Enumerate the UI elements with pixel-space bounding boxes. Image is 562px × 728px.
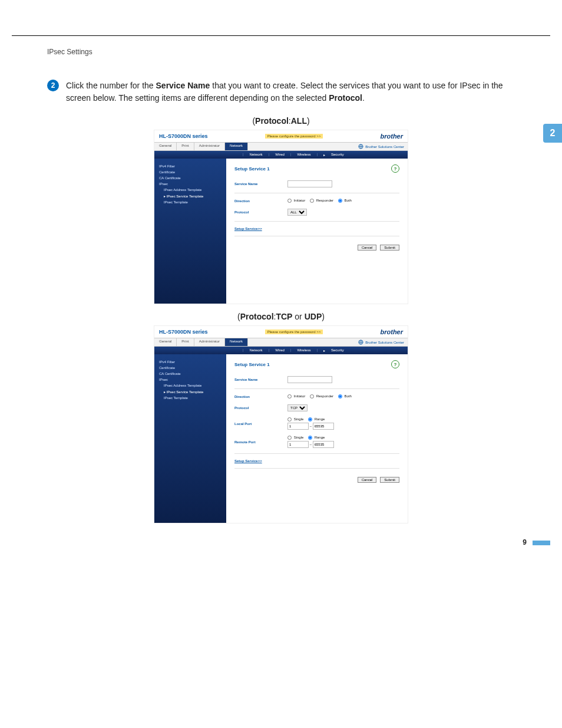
radio-label: Responder <box>316 394 333 398</box>
tab-administrator[interactable]: Administrator <box>194 338 225 346</box>
cancel-button[interactable]: Cancel <box>358 245 377 251</box>
sidebar-item-ipv4-filter[interactable]: IPv4 Filter <box>158 163 223 169</box>
label-local-port: Local Port <box>234 422 287 426</box>
label-service-name: Service Name <box>234 182 287 186</box>
password-warning[interactable]: Please configure the password >> <box>265 134 323 139</box>
subnav-security[interactable]: Security <box>331 153 344 157</box>
sidebar-item-ipsec-service-template[interactable]: IPsec Service Template <box>158 388 223 395</box>
radio-remote-range[interactable]: Range <box>308 436 325 439</box>
subnav-wired[interactable]: Wired <box>275 348 285 353</box>
radio-both[interactable]: Both <box>338 394 352 398</box>
caption-bold: Protocol <box>240 312 274 321</box>
sub-nav: |Network |Wired |Wireless |▸ Security <box>154 347 408 354</box>
subnav-network[interactable]: Network <box>250 153 263 157</box>
caption-text: or <box>292 312 304 321</box>
label-direction: Direction <box>234 199 287 203</box>
sidebar-item-ipsec[interactable]: IPsec <box>158 181 223 187</box>
sidebar-item-ipsec-service-template[interactable]: IPsec Service Template <box>158 193 223 199</box>
sidebar-item-ipsec-template[interactable]: IPsec Template <box>158 395 223 401</box>
subnav-security[interactable]: Security <box>331 348 344 353</box>
main-tabs: General Print Administrator Network Brot… <box>154 142 408 151</box>
paren: ) <box>307 116 310 126</box>
sidebar-item-ipsec-address-template[interactable]: IPsec Address Template <box>158 383 223 388</box>
radio-initiator[interactable]: Initiator <box>287 199 305 202</box>
globe-icon <box>358 340 363 345</box>
radio-label: Both <box>344 394 351 398</box>
radio-responder[interactable]: Responder <box>310 394 333 398</box>
sidebar-item-certificate[interactable]: Certificate <box>158 169 223 175</box>
tab-network[interactable]: Network <box>225 338 248 346</box>
service-name-input[interactable] <box>287 376 332 383</box>
local-port-from-input[interactable] <box>287 423 309 430</box>
bold-protocol: Protocol <box>329 93 362 103</box>
divider <box>234 193 399 193</box>
subnav-wired[interactable]: Wired <box>275 153 285 157</box>
sidebar-item-certificate[interactable]: Certificate <box>158 365 223 371</box>
sidebar-item-ipv4-filter[interactable]: IPv4 Filter <box>158 359 223 365</box>
password-warning[interactable]: Please configure the password >> <box>265 330 323 334</box>
service-name-input[interactable] <box>287 180 332 187</box>
remote-port-control: Single Range – <box>287 436 334 448</box>
local-port-to-input[interactable] <box>313 423 334 430</box>
subnav-wireless[interactable]: Wireless <box>297 153 310 157</box>
sidebar: IPv4 Filter Certificate CA Certificate I… <box>154 159 226 304</box>
radio-label: Range <box>315 436 325 439</box>
top-rule <box>12 35 550 36</box>
text: . <box>362 93 365 103</box>
port-dash: – <box>310 443 312 446</box>
remote-port-to-input[interactable] <box>313 441 334 448</box>
tab-print[interactable]: Print <box>177 338 194 346</box>
caption-bold: TCP <box>276 312 292 321</box>
remote-port-from-input[interactable] <box>287 441 309 448</box>
radio-responder[interactable]: Responder <box>310 199 333 202</box>
help-icon[interactable]: ? <box>391 360 399 368</box>
divider <box>234 453 399 454</box>
content-panel: Setup Service 1 ? Service Name Direction… <box>226 354 408 523</box>
tab-administrator[interactable]: Administrator <box>194 143 225 150</box>
radio-initiator[interactable]: Initiator <box>287 394 305 398</box>
help-icon[interactable]: ? <box>391 164 399 173</box>
sub-nav: |Network |Wired |Wireless |▸ Security <box>154 151 408 159</box>
divider <box>234 388 399 389</box>
subnav-wireless[interactable]: Wireless <box>297 348 310 353</box>
protocol-select[interactable]: ALL <box>287 209 307 216</box>
caption-protocol-tcp-udp: (Protocol:TCP or UDP) <box>0 312 562 321</box>
solutions-center-label: Brother Solutions Center <box>365 145 404 149</box>
sidebar-item-ca-certificate[interactable]: CA Certificate <box>158 175 223 181</box>
setup-service-link[interactable]: Setup Service>> <box>234 459 262 463</box>
globe-icon <box>358 144 363 149</box>
sidebar-item-ipsec-template[interactable]: IPsec Template <box>158 199 223 205</box>
cancel-button[interactable]: Cancel <box>358 477 377 483</box>
label-protocol: Protocol <box>234 210 287 214</box>
tab-network[interactable]: Network <box>225 143 248 150</box>
sidebar-item-ca-certificate[interactable]: CA Certificate <box>158 371 223 377</box>
radio-remote-single[interactable]: Single <box>287 436 303 439</box>
protocol-select[interactable]: TCP <box>287 404 308 411</box>
solutions-center-label: Brother Solutions Center <box>365 341 404 344</box>
port-dash: – <box>310 424 312 428</box>
solutions-center-link[interactable]: Brother Solutions Center <box>355 143 408 150</box>
main-tabs: General Print Administrator Network Brot… <box>154 338 408 347</box>
tab-general[interactable]: General <box>154 143 177 150</box>
radio-local-range[interactable]: Range <box>308 417 325 421</box>
sidebar-item-ipsec-address-template[interactable]: IPsec Address Template <box>158 187 223 193</box>
submit-button[interactable]: Submit <box>380 245 399 251</box>
page-number-bar <box>533 541 550 545</box>
radio-both[interactable]: Both <box>338 199 352 202</box>
setup-service-link[interactable]: Setup Service>> <box>234 227 262 230</box>
instruction-text: Click the number for the Service Name th… <box>66 80 515 104</box>
label-protocol: Protocol <box>234 406 287 410</box>
product-title: HL-S7000DN series <box>159 329 208 335</box>
tab-print[interactable]: Print <box>177 143 194 150</box>
submit-button[interactable]: Submit <box>380 477 399 483</box>
radio-label: Single <box>294 417 304 421</box>
subnav-network[interactable]: Network <box>250 348 263 353</box>
sidebar: IPv4 Filter Certificate CA Certificate I… <box>154 354 226 523</box>
radio-local-single[interactable]: Single <box>287 417 303 421</box>
solutions-center-link[interactable]: Brother Solutions Center <box>355 338 408 346</box>
page-number: 9 <box>523 538 527 546</box>
sidebar-item-ipsec[interactable]: IPsec <box>158 377 223 383</box>
tab-general[interactable]: General <box>154 338 177 346</box>
content-panel: Setup Service 1 ? Service Name Direction… <box>226 159 408 304</box>
step-number-badge: 2 <box>47 80 59 91</box>
